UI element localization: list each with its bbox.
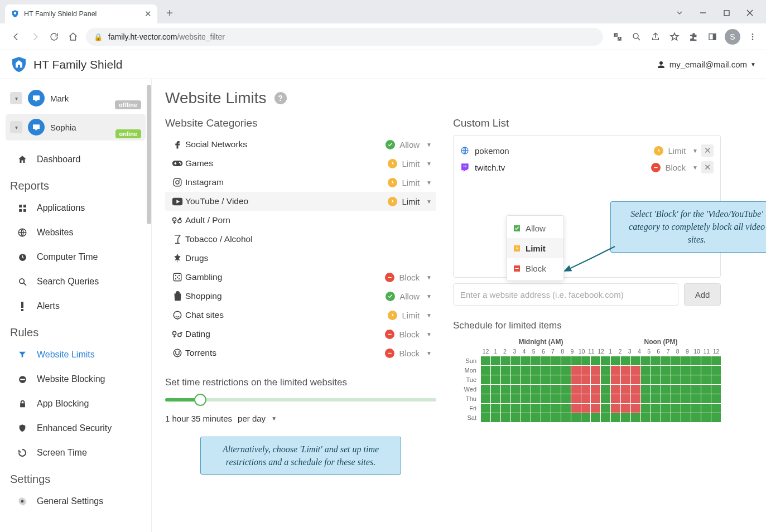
schedule-cell[interactable] — [601, 375, 610, 384]
status-selector[interactable]: Limit▼ — [644, 146, 698, 156]
schedule-cell[interactable] — [681, 356, 691, 365]
maximize-icon[interactable] — [721, 8, 731, 18]
schedule-cell[interactable] — [671, 366, 681, 375]
schedule-cell[interactable] — [691, 385, 701, 394]
time-slider[interactable] — [165, 398, 436, 406]
sidebar-item-general-settings[interactable]: General Settings — [0, 489, 151, 514]
schedule-cell[interactable] — [611, 366, 620, 375]
sidebar-item-applications[interactable]: Applications — [0, 196, 151, 220]
schedule-cell[interactable] — [531, 404, 541, 413]
schedule-cell[interactable] — [611, 375, 620, 384]
schedule-cell[interactable] — [551, 413, 561, 422]
schedule-cell[interactable] — [591, 356, 600, 365]
schedule-cell[interactable] — [701, 366, 711, 375]
schedule-cell[interactable] — [601, 385, 610, 394]
schedule-cell[interactable] — [661, 413, 671, 422]
schedule-cell[interactable] — [631, 404, 640, 413]
schedule-cell[interactable] — [541, 385, 551, 394]
schedule-cell[interactable] — [631, 375, 640, 384]
schedule-cell[interactable] — [581, 375, 591, 384]
sidebar-item-alerts[interactable]: Alerts — [0, 294, 151, 318]
schedule-cell[interactable] — [481, 413, 490, 422]
schedule-cell[interactable] — [701, 404, 711, 413]
sidebar-item-computer-time[interactable]: Computer Time — [0, 245, 151, 269]
schedule-cell[interactable] — [501, 375, 510, 384]
schedule-cell[interactable] — [661, 404, 671, 413]
dropdown-option-limit[interactable]: Limit — [507, 238, 563, 258]
schedule-cell[interactable] — [681, 394, 691, 403]
bookmark-icon[interactable] — [668, 30, 681, 43]
help-icon[interactable]: ? — [274, 92, 287, 104]
schedule-cell[interactable] — [491, 413, 500, 422]
category-row[interactable]: Games Limit ▼ — [165, 154, 436, 173]
schedule-cell[interactable] — [521, 385, 531, 394]
schedule-cell[interactable] — [521, 413, 531, 422]
translate-icon[interactable]: 文A — [611, 30, 624, 43]
schedule-cell[interactable] — [481, 385, 490, 394]
new-tab-button[interactable]: ＋ — [164, 5, 175, 20]
category-row[interactable]: Chat sites Limit ▼ — [165, 306, 436, 325]
expand-icon[interactable]: ▾ — [10, 121, 22, 133]
close-tab-icon[interactable]: ✕ — [144, 9, 152, 19]
schedule-cell[interactable] — [711, 366, 721, 375]
schedule-cell[interactable] — [551, 366, 561, 375]
schedule-cell[interactable] — [561, 413, 571, 422]
sidebar-item-website-blocking[interactable]: Website Blocking — [0, 367, 151, 391]
dropdown-option-block[interactable]: Block — [507, 258, 563, 278]
schedule-cell[interactable] — [621, 394, 630, 403]
sidebar-dashboard[interactable]: Dashboard — [0, 147, 151, 172]
sidebar-icon[interactable] — [706, 30, 719, 43]
reload-button[interactable] — [46, 29, 62, 45]
schedule-cell[interactable] — [481, 394, 490, 403]
schedule-cell[interactable] — [661, 366, 671, 375]
schedule-cell[interactable] — [681, 366, 691, 375]
schedule-cell[interactable] — [691, 404, 701, 413]
schedule-cell[interactable] — [511, 366, 521, 375]
schedule-cell[interactable] — [641, 394, 651, 403]
schedule-cell[interactable] — [641, 375, 651, 384]
status-selector[interactable]: Block ▼ — [378, 349, 432, 358]
schedule-cell[interactable] — [671, 394, 681, 403]
schedule-cell[interactable] — [611, 385, 620, 394]
schedule-cell[interactable] — [561, 366, 571, 375]
schedule-cell[interactable] — [571, 404, 581, 413]
status-selector[interactable]: Limit ▼ — [378, 159, 432, 168]
schedule-cell[interactable] — [641, 356, 651, 365]
address-bar[interactable]: 🔒 family.ht-vector.com/website_filter — [86, 28, 603, 46]
schedule-cell[interactable] — [581, 385, 591, 394]
schedule-cell[interactable] — [691, 375, 701, 384]
schedule-cell[interactable] — [601, 394, 610, 403]
schedule-cell[interactable] — [531, 385, 541, 394]
schedule-cell[interactable] — [481, 375, 490, 384]
status-selector[interactable]: Allow ▼ — [378, 292, 432, 301]
schedule-cell[interactable] — [491, 394, 500, 403]
category-row[interactable]: Drugs — [165, 249, 436, 268]
category-row[interactable]: Shopping Allow ▼ — [165, 287, 436, 306]
schedule-cell[interactable] — [591, 394, 600, 403]
category-row[interactable]: Tobacco / Alcohol — [165, 230, 436, 249]
schedule-cell[interactable] — [481, 404, 490, 413]
schedule-cell[interactable] — [511, 385, 521, 394]
schedule-grid[interactable]: SunMonTueWedThuFriSat — [453, 356, 721, 422]
sidebar-item-screen-time[interactable]: Screen Time — [0, 441, 151, 465]
schedule-cell[interactable] — [651, 404, 661, 413]
schedule-cell[interactable] — [671, 385, 681, 394]
schedule-cell[interactable] — [511, 375, 521, 384]
schedule-cell[interactable] — [641, 413, 651, 422]
schedule-cell[interactable] — [651, 356, 661, 365]
schedule-cell[interactable] — [541, 356, 551, 365]
schedule-cell[interactable] — [701, 385, 711, 394]
schedule-cell[interactable] — [511, 356, 521, 365]
schedule-cell[interactable] — [501, 366, 510, 375]
schedule-cell[interactable] — [621, 385, 630, 394]
schedule-cell[interactable] — [621, 404, 630, 413]
schedule-cell[interactable] — [581, 394, 591, 403]
schedule-cell[interactable] — [491, 366, 500, 375]
category-row[interactable]: Gambling Block ▼ — [165, 268, 436, 287]
back-button[interactable] — [8, 29, 24, 45]
schedule-cell[interactable] — [501, 404, 510, 413]
schedule-cell[interactable] — [631, 385, 640, 394]
schedule-cell[interactable] — [511, 404, 521, 413]
schedule-cell[interactable] — [531, 356, 541, 365]
schedule-cell[interactable] — [631, 394, 640, 403]
